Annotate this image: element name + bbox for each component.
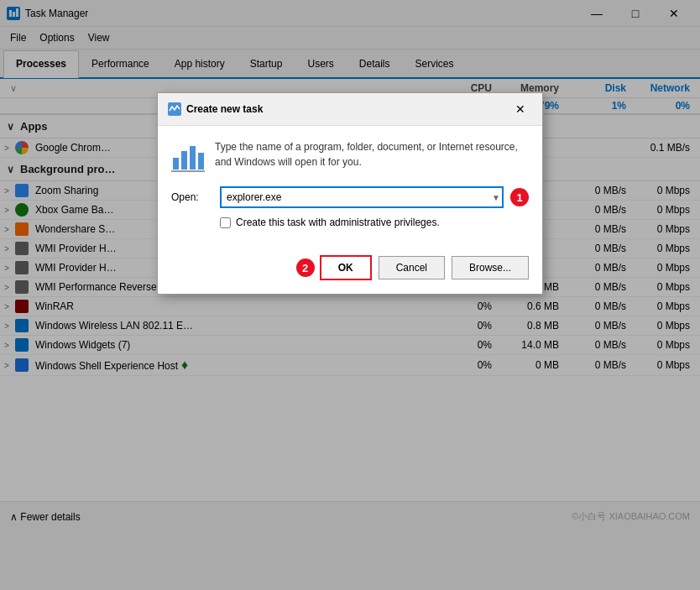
dialog-open-row: Open: ▼ 1 (171, 186, 529, 208)
dialog-title: Create new task (186, 103, 509, 115)
dialog-description-row: Type the name of a program, folder, docu… (171, 139, 529, 173)
svg-rect-9 (198, 153, 204, 170)
svg-rect-6 (173, 158, 179, 170)
modal-overlay: Create new task ✕ Type the name of a pro… (0, 0, 700, 590)
badge-1: 1 (510, 188, 529, 206)
dialog-description-text: Type the name of a program, folder, docu… (215, 139, 529, 170)
dialog-titlebar: Create new task ✕ (158, 93, 542, 126)
dropdown-arrow-icon[interactable]: ▼ (492, 193, 500, 202)
dialog-chart-icon (171, 139, 205, 173)
svg-rect-7 (181, 151, 187, 170)
open-input-wrapper: ▼ (220, 186, 504, 208)
dialog-body: Type the name of a program, folder, docu… (158, 126, 542, 255)
browse-button[interactable]: Browse... (452, 256, 529, 279)
dialog-title-icon (168, 102, 181, 116)
open-label: Open: (171, 191, 213, 203)
svg-rect-8 (190, 146, 196, 170)
admin-checkbox[interactable] (220, 217, 231, 228)
open-input[interactable] (220, 186, 504, 208)
badge-2: 2 (296, 258, 315, 277)
create-task-dialog: Create new task ✕ Type the name of a pro… (157, 92, 543, 295)
cancel-button[interactable]: Cancel (379, 256, 445, 279)
dialog-button-row: 2 OK Cancel Browse... (158, 255, 542, 294)
admin-checkbox-label: Create this task with administrative pri… (236, 217, 440, 228)
ok-button[interactable]: OK (320, 255, 372, 280)
dialog-checkbox-row: Create this task with administrative pri… (171, 217, 529, 228)
dialog-close-button[interactable]: ✕ (509, 100, 532, 118)
ok-btn-wrapper: 2 OK (320, 255, 372, 280)
